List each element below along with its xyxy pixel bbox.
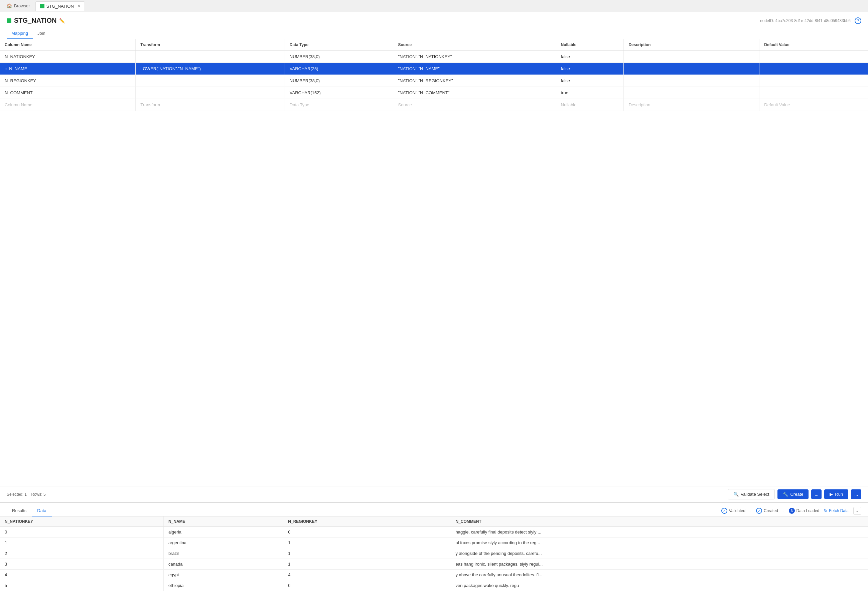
refresh-icon: ↻ [824, 508, 827, 513]
tab-join[interactable]: Join [33, 28, 50, 39]
results-cell-n_regionkey: 0 [283, 580, 451, 591]
mapping-cell-column-name: N_COMMENT [0, 87, 136, 99]
mapping-cell-description [624, 87, 759, 99]
mapping-cell-source: "NATION"."N_NATIONKEY" [393, 51, 556, 63]
mapping-cell-data-type: NUMBER(38,0) [285, 75, 393, 87]
results-cell-n_comment: y above the carefully unusual theodolite… [451, 570, 868, 580]
results-tab-data[interactable]: Data [32, 505, 52, 516]
results-cell-n_regionkey: 1 [283, 538, 451, 548]
results-section: Results Data ✓ Validated - ✓ Created - 3… [0, 502, 868, 591]
mapping-row[interactable]: N_COMMENTVARCHAR(152)"NATION"."N_COMMENT… [0, 87, 868, 99]
mapping-cell-data-type: VARCHAR(152) [285, 87, 393, 99]
results-row: 2brazil1y alongside of the pending depos… [0, 548, 868, 559]
create-button[interactable]: 🔧 Create [778, 489, 809, 499]
help-icon[interactable]: ? [855, 18, 861, 24]
th-description: Description [624, 39, 759, 51]
run-button[interactable]: ▶ Run [824, 489, 848, 499]
run-icon: ▶ [830, 492, 833, 497]
page-header: STG_NATION ✏️ nodeID: 4ba7c203-8d1e-42dd… [0, 12, 868, 28]
mapping-cell-transform [136, 87, 285, 99]
main-container: STG_NATION ✏️ nodeID: 4ba7c203-8d1e-42dd… [0, 12, 868, 591]
th-column-name: Column Name [0, 39, 136, 51]
stats-text: Selected: 1 Rows: 5 [7, 492, 46, 497]
mapping-cell-nullable: false [556, 75, 624, 87]
page-title-icon [7, 18, 11, 23]
placeholder-description: Description [624, 99, 759, 111]
status-separator-2: - [783, 508, 784, 513]
create-icon: 🔧 [783, 492, 788, 497]
results-row: 5ethiopia0ven packages wake quickly. reg… [0, 580, 868, 591]
tab-bar: 🏠 Browser STG_NATION ✕ [0, 0, 868, 12]
th-nullable: Nullable [556, 39, 624, 51]
results-cell-n_comment: al foxes promise slyly according to the … [451, 538, 868, 548]
mapping-cell-column-name: N_REGIONKEY [0, 75, 136, 87]
results-cell-n_regionkey: 1 [283, 548, 451, 559]
validated-label: Validated [729, 508, 745, 513]
mapping-row[interactable]: N_NATIONKEYNUMBER(38,0)"NATION"."N_NATIO… [0, 51, 868, 63]
mapping-cell-column-name: ::N_NAME [0, 63, 136, 75]
results-cell-n_comment: haggle. carefully final deposits detect … [451, 527, 868, 538]
results-cell-n_name: canada [163, 559, 283, 570]
mapping-cell-nullable: false [556, 63, 624, 75]
mapping-cell-default-value [759, 51, 868, 63]
placeholder-source: Source [393, 99, 556, 111]
results-tab-results[interactable]: Results [7, 505, 32, 516]
results-cell-n_comment: ven packages wake quickly. regu [451, 580, 868, 591]
mapping-cell-default-value [759, 63, 868, 75]
th-transform: Transform [136, 39, 285, 51]
results-table-container: N_NATIONKEY N_NAME N_REGIONKEY N_COMMENT… [0, 516, 868, 591]
results-cell-n_nationkey: 0 [0, 527, 163, 538]
results-th-comment: N_COMMENT [451, 516, 868, 527]
results-cell-n_comment: y alongside of the pending deposits. car… [451, 548, 868, 559]
tab-close-icon[interactable]: ✕ [77, 4, 81, 8]
tab-stg-nation-label: STG_NATION [46, 4, 74, 9]
results-cell-n_regionkey: 0 [283, 527, 451, 538]
mapping-cell-source: "NATION"."N_NAME" [393, 63, 556, 75]
results-table: N_NATIONKEY N_NAME N_REGIONKEY N_COMMENT… [0, 516, 868, 591]
results-cell-n_name: argentina [163, 538, 283, 548]
tab-stg-nation-icon [40, 4, 44, 8]
results-row: 3canada1eas hang ironic, silent packages… [0, 559, 868, 570]
page-title: STG_NATION [14, 17, 56, 24]
tab-browser[interactable]: 🏠 Browser [3, 1, 34, 11]
data-loaded-label: Data Loaded [797, 508, 819, 513]
results-tabs: Results Data [7, 505, 52, 516]
results-cell-n_nationkey: 5 [0, 580, 163, 591]
mapping-cell-description [624, 63, 759, 75]
edit-icon[interactable]: ✏️ [59, 18, 65, 24]
mapping-cell-transform [136, 75, 285, 87]
placeholder-column_name: Column Name [0, 99, 136, 111]
validate-select-button[interactable]: 🔍 Validate Select [728, 489, 775, 499]
results-th-regionkey: N_REGIONKEY [283, 516, 451, 527]
tabs-row: Mapping Join [0, 28, 868, 39]
mapping-cell-nullable: false [556, 51, 624, 63]
results-cell-n_regionkey: 4 [283, 570, 451, 580]
create-more-button[interactable]: ... [811, 489, 822, 499]
results-cell-n_name: brazil [163, 548, 283, 559]
fetch-data-button[interactable]: ↻ Fetch Data [824, 508, 849, 513]
create-label: Create [790, 492, 803, 497]
th-data-type: Data Type [285, 39, 393, 51]
mapping-section: Column Name Transform Data Type Source N… [0, 39, 868, 486]
tab-stg-nation[interactable]: STG_NATION ✕ [35, 1, 85, 11]
page-title-row: STG_NATION ✏️ [7, 17, 65, 24]
tab-mapping[interactable]: Mapping [7, 28, 33, 39]
status-data-loaded: 3 Data Loaded [789, 508, 819, 514]
mapping-cell-default-value [759, 75, 868, 87]
status-separator: - [750, 508, 751, 513]
results-cell-n_nationkey: 4 [0, 570, 163, 580]
search-icon: 🔍 [734, 492, 739, 497]
results-cell-n_name: algeria [163, 527, 283, 538]
mapping-cell-data-type: VARCHAR(25) [285, 63, 393, 75]
validated-check-icon: ✓ [721, 508, 727, 514]
bottom-toolbar: Selected: 1 Rows: 5 🔍 Validate Select 🔧 … [0, 486, 868, 502]
rows-count: Rows: 5 [31, 492, 46, 497]
run-label: Run [835, 492, 843, 497]
status-indicators: ✓ Validated - ✓ Created - 3 Data Loaded … [721, 507, 861, 515]
chevron-down-icon[interactable]: ⌄ [853, 507, 861, 515]
run-more-button[interactable]: ... [851, 489, 861, 499]
mapping-row[interactable]: ::N_NAMELOWER("NATION"."N_NAME")VARCHAR(… [0, 63, 868, 75]
mapping-row[interactable]: N_REGIONKEYNUMBER(38,0)"NATION"."N_REGIO… [0, 75, 868, 87]
status-created: ✓ Created [756, 508, 778, 514]
mapping-cell-source: "NATION"."N_COMMENT" [393, 87, 556, 99]
